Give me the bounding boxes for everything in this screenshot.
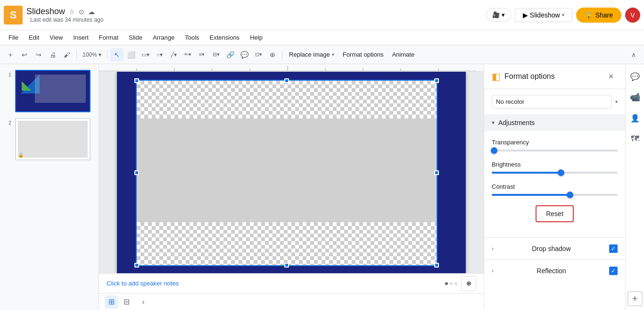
menu-extensions[interactable]: Extensions — [205, 32, 245, 43]
handle-mr[interactable] — [434, 170, 439, 175]
reflection-checkbox[interactable]: ✓ — [609, 267, 618, 275]
add-button[interactable]: + — [4, 48, 17, 61]
reset-button[interactable]: Reset — [536, 205, 574, 222]
transparency-slider-row: Transparency — [492, 139, 618, 151]
animate-button[interactable]: Animate — [388, 49, 418, 60]
drop-shadow-checkbox[interactable]: ✓ — [609, 244, 618, 253]
lock-icon: 🔒 — [585, 11, 593, 19]
canvas-scroll — [99, 72, 484, 273]
link-tool[interactable]: 🔗 — [223, 48, 237, 61]
brightness-label: Brightness — [492, 161, 618, 168]
handle-bl[interactable] — [134, 263, 139, 268]
meet-dropdown-icon: ▾ — [502, 11, 505, 18]
reflection-row[interactable]: › Reflection ✓ — [484, 260, 625, 282]
cloud-icon[interactable]: ☁ — [88, 8, 95, 16]
brightness-thumb[interactable] — [558, 169, 564, 176]
chat-icon-button[interactable]: 💬 — [627, 68, 644, 85]
transparency-label: Transparency — [492, 139, 618, 146]
image-bottom-transparent — [137, 222, 437, 265]
replace-image-button[interactable]: Replace image ▾ — [285, 49, 338, 60]
ruler-top — [99, 64, 484, 72]
handle-br[interactable] — [434, 263, 439, 268]
title-area: Slideshow ☆ ⊙ ☁ Last edit was 34 minutes… — [26, 7, 482, 23]
redo-button[interactable]: ↪ — [32, 48, 45, 61]
handle-bm[interactable] — [284, 263, 289, 268]
meet-button[interactable]: 🎥 ▾ — [486, 8, 511, 22]
star-icon[interactable]: ☆ — [69, 8, 75, 16]
zoom-button[interactable]: 100% ▾ — [80, 48, 104, 61]
text-align-tool[interactable]: ≡▾ — [195, 48, 208, 61]
contrast-thumb[interactable] — [567, 192, 573, 198]
history-icon[interactable]: ⊙ — [79, 8, 84, 16]
right-icons-panel: 💬 📹 👤 🗺 + — [625, 64, 644, 310]
format-options-icon: ◧ — [492, 71, 501, 82]
meet-icon-button[interactable]: 📹 — [627, 89, 644, 106]
avatar[interactable]: V — [625, 8, 640, 23]
drop-shadow-row[interactable]: › Drop shadow ✓ — [484, 237, 625, 260]
handle-tm[interactable] — [284, 78, 289, 83]
notes-bar: Click to add speaker notes ⊕ — [99, 273, 484, 293]
slide-num-1: 1 — [4, 72, 11, 77]
insert-arc-tool[interactable]: ○▾ — [153, 48, 166, 61]
slide-thumb-2[interactable]: 2 🔒 — [2, 116, 97, 162]
maps-icon-button[interactable]: 🗺 — [627, 130, 644, 147]
recolor-select[interactable]: No recolor — [492, 95, 611, 109]
notes-text[interactable]: Click to add speaker notes — [107, 280, 179, 287]
contacts-icon-button[interactable]: 👤 — [627, 109, 644, 126]
toolbar: + ↩ ↪ 🖨 🖌 100% ▾ ↖ ⬜ ▭▾ ○▾ ╱▾ ✏▾ ≡▾ ⊟▾ 🔗… — [0, 45, 644, 64]
menu-file[interactable]: File — [4, 32, 23, 43]
print-button[interactable]: 🖨 — [46, 48, 59, 61]
cursor-tool[interactable]: ↖ — [110, 48, 124, 61]
slide-preview-1[interactable] — [15, 70, 91, 112]
handle-ml[interactable] — [134, 170, 139, 175]
add-plugin-button[interactable]: + — [627, 291, 643, 306]
separator-3 — [282, 50, 282, 59]
menu-slide[interactable]: Slide — [124, 32, 147, 43]
select-shape-tool[interactable]: ⬜ — [124, 48, 138, 61]
panel-close-button[interactable]: × — [604, 70, 618, 83]
share-button[interactable]: 🔒 Share — [576, 8, 621, 23]
adjustments-section-header[interactable]: ▾ Adjustments — [484, 114, 625, 131]
image-mid-section — [137, 118, 437, 222]
pen-tool[interactable]: ✏▾ — [181, 48, 194, 61]
transparency-thumb[interactable] — [491, 147, 497, 154]
adjustments-body: Transparency Brightness Contrast — [484, 131, 625, 237]
slide-thumb-1[interactable]: 1 — [2, 68, 97, 114]
replace-image-dropdown-icon: ▾ — [332, 52, 334, 57]
menu-view[interactable]: View — [45, 32, 67, 43]
list-view-button[interactable]: ⊟ — [120, 295, 133, 309]
menu-help[interactable]: Help — [245, 32, 267, 43]
undo-button[interactable]: ↩ — [18, 48, 31, 61]
line-tool[interactable]: ╱▾ — [167, 48, 180, 61]
menu-format[interactable]: Format — [94, 32, 123, 43]
mask-tool[interactable]: ⊕ — [266, 48, 279, 61]
paint-format-button[interactable]: 🖌 — [60, 48, 74, 61]
handle-tl[interactable] — [134, 78, 139, 83]
menu-arrange[interactable]: Arrange — [148, 32, 179, 43]
checkmark-icon: ✓ — [611, 245, 616, 252]
separator-1 — [76, 50, 77, 59]
menu-edit[interactable]: Edit — [24, 32, 44, 43]
last-edit-text: Last edit was 34 minutes ago — [30, 17, 482, 23]
image-selected-box[interactable] — [136, 80, 438, 266]
insert-shape-tool[interactable]: ▭▾ — [139, 48, 152, 61]
crop-tool[interactable]: ⊡▾ — [252, 48, 265, 61]
handle-tr[interactable] — [434, 78, 439, 83]
toolbar-collapse-button[interactable]: ∧ — [627, 48, 640, 61]
add-to-slide-button[interactable]: ⊕ — [461, 276, 476, 291]
menu-insert[interactable]: Insert — [68, 32, 93, 43]
text-align2-tool[interactable]: ⊟▾ — [209, 48, 223, 61]
format-options-button[interactable]: Format options — [339, 49, 388, 60]
menu-tools[interactable]: Tools — [180, 32, 204, 43]
grid-view-button[interactable]: ⊞ — [105, 295, 118, 309]
separator-2 — [107, 50, 107, 59]
replace-image-label: Replace image — [289, 51, 330, 58]
comment-tool[interactable]: 💬 — [238, 48, 251, 61]
slide-canvas — [117, 72, 466, 273]
animate-label: Animate — [392, 51, 414, 58]
slide-preview-2[interactable]: 🔒 — [15, 118, 91, 160]
canvas-area: Click to add speaker notes ⊕ ⊞ ⊟ ‹ — [99, 64, 484, 310]
collapse-panel-button[interactable]: ‹ — [137, 295, 150, 309]
reflection-checkmark-icon: ✓ — [611, 268, 616, 274]
slideshow-button[interactable]: ▶ Slideshow ▾ — [515, 8, 572, 22]
